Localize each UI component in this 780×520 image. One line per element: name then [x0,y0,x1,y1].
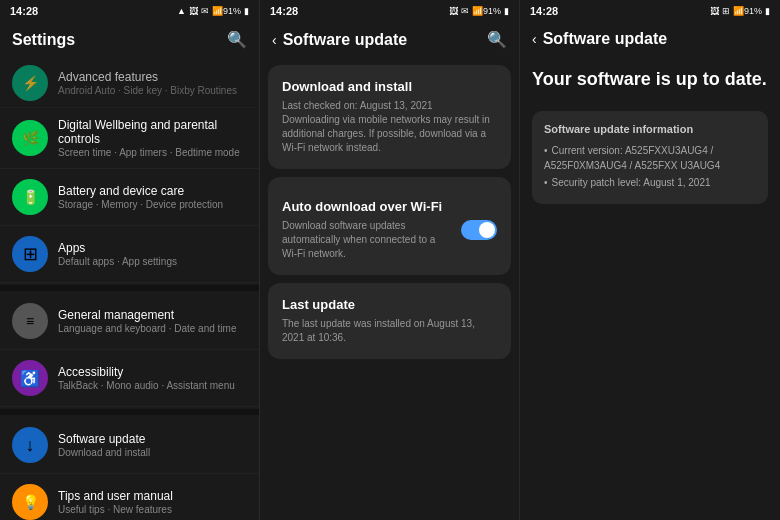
item-title: Accessibility [58,365,247,379]
info-box-title: Software update information [544,123,756,135]
item-title: General management [58,308,247,322]
software-update-icon: ↓ [12,427,48,463]
back-arrow-icon-3: ‹ [532,31,537,47]
list-item[interactable]: ♿ Accessibility TalkBack · Mono audio · … [0,350,259,407]
status-icons-2: 🖼✉📶91%▮ [449,6,509,16]
time-1: 14:28 [10,5,38,17]
general-icon: ≡ [12,303,48,339]
item-subtitle: Screen time · App timers · Bedtime mode [58,147,247,158]
back-arrow-icon: ‹ [272,32,277,48]
software-update-panel: 14:28 🖼✉📶91%▮ ‹ Software update 🔍 Downlo… [260,0,520,520]
update-options-list: Download and install Last checked on: Au… [260,57,519,520]
item-subtitle: Android Auto · Side key · Bixby Routines [58,85,247,96]
settings-title: Settings [12,31,75,49]
item-subtitle: Useful tips · New features [58,504,247,515]
item-subtitle: Download and install [58,447,247,458]
panel2-title: Software update [283,31,407,49]
item-title: Advanced features [58,70,247,84]
list-item[interactable]: ⊞ Apps Default apps · App settings [0,226,259,283]
accessibility-icon: ♿ [12,360,48,396]
update-info-box: Software update information •Current ver… [532,111,768,204]
list-item[interactable]: ⚡ Advanced features Android Auto · Side … [0,61,259,108]
back-button[interactable]: ‹ Software update [272,31,407,49]
list-item[interactable]: 🔋 Battery and device care Storage · Memo… [0,169,259,226]
card-desc: Download software updates automatically … [282,219,451,261]
up-to-date-title: Your software is up to date. [532,68,768,91]
time-3: 14:28 [530,5,558,17]
card-title: Last update [282,297,497,312]
back-button-3[interactable]: ‹ Software update [532,30,667,48]
item-subtitle: Language and keyboard · Date and time [58,323,247,334]
item-title: Digital Wellbeing and parental controls [58,118,247,146]
item-title: Tips and user manual [58,489,247,503]
item-title: Software update [58,432,247,446]
update-status-header: ‹ Software update [520,22,780,56]
advanced-icon: ⚡ [12,65,48,101]
list-item-software-update[interactable]: ↓ Software update Download and install [0,417,259,474]
last-update-card: Last update The last update was installe… [268,283,511,359]
status-bar-3: 14:28 🖼⊞📶91%▮ [520,0,780,22]
card-desc: Last checked on: August 13, 2021Download… [282,99,497,155]
software-update-header: ‹ Software update 🔍 [260,22,519,57]
status-icons-3: 🖼⊞📶91%▮ [710,6,770,16]
time-2: 14:28 [270,5,298,17]
status-bar-1: 14:28 ▲🖼✉📶91%▮ [0,0,259,22]
item-subtitle: Storage · Memory · Device protection [58,199,247,210]
search-icon-2[interactable]: 🔍 [487,30,507,49]
update-status-content: Your software is up to date. Software up… [520,56,780,520]
info-item-version: •Current version: A525FXXU3AUG4 / A525F0… [544,143,756,173]
wellbeing-icon: 🌿 [12,120,48,156]
divider [0,409,259,415]
list-item[interactable]: ≡ General management Language and keyboa… [0,293,259,350]
download-install-card[interactable]: Download and install Last checked on: Au… [268,65,511,169]
item-subtitle: Default apps · App settings [58,256,247,267]
card-title: Download and install [282,79,497,94]
panel3-title: Software update [543,30,667,48]
settings-panel: 14:28 ▲🖼✉📶91%▮ Settings 🔍 ⚡ Advanced fea… [0,0,260,520]
list-item-tips[interactable]: 💡 Tips and user manual Useful tips · New… [0,474,259,520]
settings-list: ⚡ Advanced features Android Auto · Side … [0,57,259,520]
divider [0,285,259,291]
tips-icon: 💡 [12,484,48,520]
item-subtitle: TalkBack · Mono audio · Assistant menu [58,380,247,391]
auto-download-card[interactable]: Auto download over Wi-Fi Download softwa… [268,177,511,275]
search-icon-1[interactable]: 🔍 [227,30,247,49]
list-item[interactable]: 🌿 Digital Wellbeing and parental control… [0,108,259,169]
info-item-security: •Security patch level: August 1, 2021 [544,175,756,190]
auto-download-toggle[interactable] [461,220,497,240]
item-title: Battery and device care [58,184,247,198]
card-title: Auto download over Wi-Fi [282,199,451,214]
status-bar-2: 14:28 🖼✉📶91%▮ [260,0,519,22]
settings-header: Settings 🔍 [0,22,259,57]
apps-icon: ⊞ [12,236,48,272]
update-status-panel: 14:28 🖼⊞📶91%▮ ‹ Software update Your sof… [520,0,780,520]
status-icons-1: ▲🖼✉📶91%▮ [177,6,249,16]
card-desc: The last update was installed on August … [282,317,497,345]
item-title: Apps [58,241,247,255]
battery-icon: 🔋 [12,179,48,215]
